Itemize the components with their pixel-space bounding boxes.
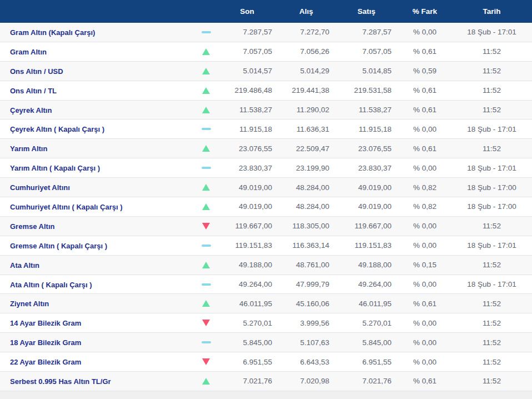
- fark-value: % 0,00: [398, 358, 451, 366]
- table-row[interactable]: Serbest 0.995 Has Altın TL/Gr 7.021,76 7…: [0, 372, 532, 391]
- alis-value: 11.636,31: [278, 125, 335, 133]
- gold-prices-table: Son Alış Satış % Fark Tarih Gram Altın (…: [0, 0, 532, 399]
- tarih-value: 18 Şub - 17:01: [451, 280, 532, 288]
- instrument-link[interactable]: Gram Altın: [10, 48, 47, 56]
- column-header-satis[interactable]: Satış: [335, 7, 398, 16]
- instrument-link[interactable]: 22 Ayar Bilezik Gram: [10, 358, 81, 366]
- fark-value: % 0,61: [398, 377, 451, 385]
- alis-value: 48.284,00: [278, 183, 335, 192]
- triangle-down-icon: [202, 358, 210, 365]
- table-row[interactable]: Gram Altın 7.057,05 7.056,26 7.057,05 % …: [0, 42, 532, 62]
- table-row[interactable]: Ata Altın 49.188,00 48.761,00 49.188,00 …: [0, 256, 532, 275]
- dash-icon: [202, 31, 211, 33]
- instrument-link[interactable]: Çeyrek Altın: [10, 106, 52, 114]
- son-value: 49.019,00: [217, 183, 278, 192]
- instrument-link[interactable]: Gremse Altın ( Kapalı Çarşı ): [10, 242, 107, 250]
- son-value: 46.011,95: [217, 300, 278, 308]
- instrument-link[interactable]: Yarım Altın ( Kapalı Çarşı ): [10, 164, 100, 172]
- alis-value: 48.284,00: [278, 202, 335, 211]
- fark-value: % 0,61: [398, 300, 451, 308]
- table-row[interactable]: 22 Ayar Bilezik Gram 6.951,55 6.643,53 6…: [0, 352, 532, 372]
- column-header-tarih[interactable]: Tarih: [451, 7, 532, 16]
- alis-value: 3.999,56: [278, 319, 335, 327]
- table-row[interactable]: Gremse Altın ( Kapalı Çarşı ) 119.151,83…: [0, 236, 532, 256]
- fark-value: % 0,61: [398, 106, 451, 114]
- fark-value: % 0,59: [398, 67, 451, 75]
- tarih-value: 11:52: [451, 222, 532, 230]
- table-row[interactable]: Cumhuriyet Altını ( Kapalı Çarşı ) 49.01…: [0, 197, 532, 217]
- satis-value: 49.264,00: [335, 280, 398, 288]
- instrument-link[interactable]: 14 Ayar Bilezik Gram: [10, 319, 81, 327]
- son-value: 49.019,00: [217, 202, 278, 211]
- tarih-value: 18 Şub - 17:01: [451, 28, 532, 36]
- table-row[interactable]: 14 Ayar Bilezik Gram 5.270,01 3.999,56 5…: [0, 313, 532, 333]
- table-row[interactable]: Gram Altın (Kapalı Çarşı) 7.287,57 7.272…: [0, 23, 532, 42]
- alis-value: 11.290,02: [278, 106, 335, 114]
- satis-value: 23.830,37: [335, 164, 398, 172]
- satis-value: 7.021,76: [335, 377, 398, 385]
- satis-value: 49.188,00: [335, 261, 398, 269]
- tarih-value: 11:52: [451, 358, 532, 366]
- page-background-strip: [0, 391, 532, 399]
- table-row[interactable]: Ata Altın ( Kapalı Çarşı ) 49.264,00 47.…: [0, 275, 532, 295]
- instrument-link[interactable]: Ons Altın / TL: [10, 87, 57, 95]
- table-row[interactable]: Yarım Altın ( Kapalı Çarşı ) 23.830,37 2…: [0, 158, 532, 178]
- table-row[interactable]: Ons Altın / USD 5.014,57 5.014,29 5.014,…: [0, 62, 532, 81]
- tarih-value: 11:52: [451, 338, 532, 347]
- table-row[interactable]: Ziynet Altın 46.011,95 45.160,06 46.011,…: [0, 294, 532, 313]
- fark-value: % 0,61: [398, 47, 451, 56]
- instrument-link[interactable]: Gram Altın (Kapalı Çarşı): [10, 28, 95, 37]
- triangle-up-icon: [202, 378, 210, 385]
- instrument-link[interactable]: Ziynet Altın: [10, 300, 49, 308]
- instrument-link[interactable]: Yarım Altın: [10, 144, 47, 153]
- triangle-down-icon: [202, 320, 210, 326]
- tarih-value: 11:52: [451, 67, 532, 75]
- fark-value: % 0,00: [398, 241, 451, 250]
- instrument-link[interactable]: Gremse Altın: [10, 222, 54, 231]
- column-header-alis[interactable]: Alış: [278, 7, 335, 16]
- son-value: 7.021,76: [217, 377, 278, 385]
- table-row[interactable]: Ons Altın / TL 219.486,48 219.441,38 219…: [0, 81, 532, 101]
- instrument-link[interactable]: Ata Altın ( Kapalı Çarşı ): [10, 281, 92, 289]
- satis-value: 46.011,95: [335, 300, 398, 308]
- tarih-value: 18 Şub - 17:00: [451, 202, 532, 211]
- alis-value: 47.999,79: [278, 280, 335, 288]
- alis-value: 7.272,70: [278, 28, 335, 36]
- table-row[interactable]: Cumhuriyet Altını 49.019,00 48.284,00 49…: [0, 178, 532, 197]
- dash-icon: [202, 128, 211, 130]
- fark-value: % 0,00: [398, 280, 451, 288]
- table-row[interactable]: Çeyrek Altın ( Kapalı Çarşı ) 11.915,18 …: [0, 119, 532, 139]
- son-value: 11.538,27: [217, 106, 278, 114]
- column-header-son[interactable]: Son: [217, 7, 278, 16]
- instrument-link[interactable]: Ons Altın / USD: [10, 67, 63, 76]
- tarih-value: 11:52: [451, 377, 532, 385]
- table-row[interactable]: Yarım Altın 23.076,55 22.509,47 23.076,5…: [0, 139, 532, 158]
- satis-value: 11.915,18: [335, 125, 398, 133]
- table-row[interactable]: Çeyrek Altın 11.538,27 11.290,02 11.538,…: [0, 101, 532, 120]
- satis-value: 49.019,00: [335, 202, 398, 211]
- instrument-link[interactable]: Ata Altın: [10, 261, 39, 270]
- instrument-link[interactable]: Cumhuriyet Altını: [10, 183, 70, 192]
- alis-value: 116.363,14: [278, 241, 335, 250]
- triangle-down-icon: [202, 223, 210, 230]
- instrument-link[interactable]: Serbest 0.995 Has Altın TL/Gr: [10, 377, 111, 386]
- fark-value: % 0,15: [398, 261, 451, 269]
- table-row[interactable]: Gremse Altın 119.667,00 118.305,00 119.6…: [0, 217, 532, 236]
- column-header-fark[interactable]: % Fark: [398, 7, 451, 16]
- triangle-up-icon: [202, 107, 210, 113]
- alis-value: 219.441,38: [278, 86, 335, 94]
- instrument-link[interactable]: 18 Ayar Bilezik Gram: [10, 338, 81, 347]
- satis-value: 119.151,83: [335, 241, 398, 250]
- table-row[interactable]: 18 Ayar Bilezik Gram 5.845,00 5.107,63 5…: [0, 333, 532, 352]
- triangle-up-icon: [202, 48, 210, 55]
- son-value: 5.014,57: [217, 67, 278, 75]
- triangle-up-icon: [202, 184, 210, 191]
- son-value: 5.270,01: [217, 319, 278, 327]
- alis-value: 22.509,47: [278, 144, 335, 153]
- tarih-value: 18 Şub - 17:01: [451, 241, 532, 250]
- instrument-link[interactable]: Çeyrek Altın ( Kapalı Çarşı ): [10, 125, 104, 133]
- tarih-value: 11:52: [451, 106, 532, 114]
- instrument-link[interactable]: Cumhuriyet Altını ( Kapalı Çarşı ): [10, 203, 123, 211]
- tarih-value: 11:52: [451, 300, 532, 308]
- tarih-value: 11:52: [451, 86, 532, 94]
